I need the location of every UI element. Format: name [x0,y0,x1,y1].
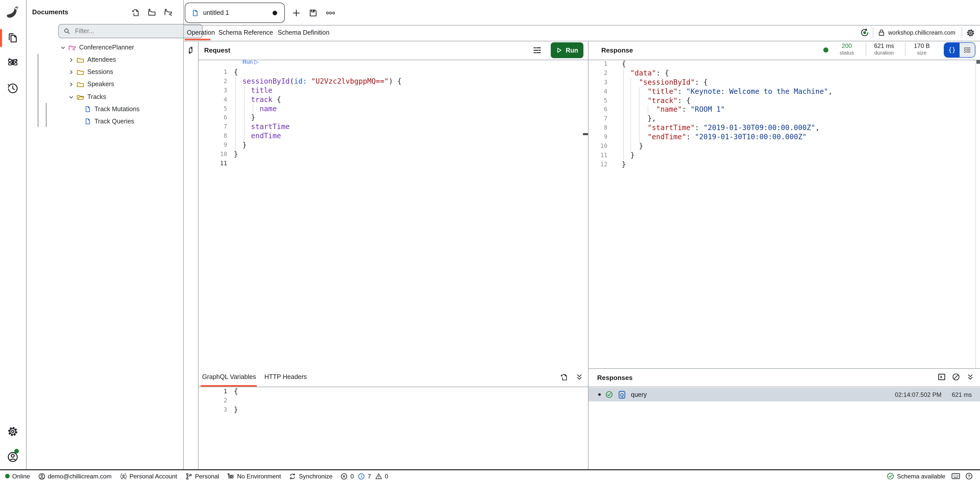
signed-in-user[interactable]: demo@chillicream.com [38,472,111,480]
line-number: 3 [199,406,227,415]
tree-guide [38,54,38,127]
new-tab-button[interactable] [291,8,301,17]
line-number: 6 [199,114,227,123]
rail-documents-button[interactable] [6,32,19,44]
line-number: 5 [589,96,608,105]
folder-icon [76,68,84,76]
line-number: 1 [199,387,227,396]
run-button-label: Run [566,47,578,54]
code-line: 3} [199,406,587,415]
api-document-icon [68,44,76,51]
response-entry-duration: 621 ms [952,391,972,398]
tree-item-track-queries[interactable]: Track Queries [52,115,209,127]
tab-http-headers[interactable]: HTTP Headers [264,373,307,381]
environment-label: No Environment [237,472,281,480]
clear-responses-icon[interactable] [951,373,961,382]
new-document-button[interactable] [130,8,140,17]
chevron-down-icon[interactable] [68,94,75,100]
info-icon [358,472,365,480]
rail-profile-button[interactable] [6,451,19,463]
response-scrollbar[interactable] [975,60,980,368]
copy-document-icon[interactable] [559,373,569,382]
response-list-item[interactable]: Q query 02:14:07.502 PM 621 ms [589,388,980,401]
schema-check-icon [887,472,894,480]
online-status[interactable]: Online [5,472,30,480]
run-code-lens[interactable]: Run ▷ [242,59,259,65]
connection-settings-icon[interactable] [966,28,975,37]
tree-item-track-mutations[interactable]: Track Mutations [52,103,209,115]
connection-host[interactable]: workshop.chillicream.com [888,30,955,36]
chevron-right-icon[interactable] [68,81,75,87]
code-line: 1{ [199,68,587,77]
schema-status[interactable]: Schema available [887,472,945,480]
filter-input-wrapper [58,24,203,38]
chevron-right-icon[interactable] [68,68,75,75]
unsaved-dot [272,11,277,15]
save-button[interactable] [308,8,318,17]
more-tabs-button[interactable] [325,8,335,17]
divider [962,27,962,38]
chevron-right-icon[interactable] [68,56,75,63]
line-number: 11 [199,159,227,168]
shortcuts-button[interactable] [951,472,960,480]
console-icon[interactable] [937,373,946,382]
tree-item-label: Track Queries [94,118,134,125]
tab-schema-definition[interactable]: Schema Definition [278,25,329,40]
info-count[interactable]: 7 [358,472,371,480]
code-line: 4 "title": "Keynote: Welcome to the Mach… [589,87,974,96]
filter-input[interactable] [74,27,188,35]
scrollbar-thumb[interactable] [977,60,980,64]
operations-flow-icon[interactable] [186,45,195,55]
account-selector[interactable]: Personal Account [120,472,177,480]
branch-icon [185,472,192,480]
error-count[interactable]: 0 [341,472,354,480]
code-line: 4 track { [199,95,587,104]
tree-item-attendees[interactable]: Attendees [52,54,209,66]
line-number: 5 [199,104,227,114]
code-line: 10} [199,150,587,159]
run-button[interactable]: Run [551,42,584,58]
code-line: 2 "data": { [589,69,974,78]
divider [198,386,588,387]
workspace-selector[interactable]: Personal [185,472,219,480]
svg-text:?: ? [968,474,970,479]
splitter-handle[interactable] [583,133,588,135]
tab-graphql-variables[interactable]: GraphQL Variables [202,373,256,381]
error-icon [341,472,348,480]
line-number: 10 [199,150,227,159]
code-line: 1{ [199,387,587,396]
tab-operation[interactable]: Operation [187,25,215,40]
tab-schema-reference[interactable]: Schema Reference [218,25,273,40]
rail-settings-button[interactable] [6,425,19,438]
online-dot [5,474,10,479]
json-view-toggle[interactable]: {} [944,43,959,57]
document-tab-untitled-1[interactable]: untitled 1 [185,3,285,23]
tree-item-tracks[interactable]: Tracks [52,91,209,103]
app-window: Documents ConferencePlanner [0,0,980,482]
rail-schema-button[interactable] [6,56,19,68]
synchronize-button[interactable]: Synchronize [289,472,332,480]
collapse-panel-icon[interactable] [575,373,584,382]
tree-item-speakers[interactable]: Speakers [52,78,209,90]
warning-count[interactable]: 0 [375,472,388,480]
environment-selector[interactable]: No Environment [228,472,281,480]
code-line: 6 "name": "ROOM 1" [589,105,974,114]
help-button[interactable]: ? [965,472,973,480]
variables-editor[interactable]: 1{23} [199,387,587,414]
response-viewer[interactable]: 1{2 "data": {3 "sessionById": {4 "title"… [589,60,974,169]
collapse-responses-icon[interactable] [966,373,975,382]
chevron-down-icon[interactable] [60,44,66,51]
line-number: 6 [589,105,608,114]
refresh-schema-icon[interactable] [860,28,869,37]
request-editor[interactable]: 1{2 sessionById(id: "U2Vzc2lvbgppMQ==") … [199,68,587,168]
response-status: 200 status [834,42,859,55]
warning-icon [375,472,382,480]
divider [183,0,184,469]
response-panel-title: Response [601,46,633,54]
new-folder-button[interactable] [147,8,156,17]
list-view-toggle[interactable] [959,43,975,57]
tree-item-sessions[interactable]: Sessions [52,66,209,78]
format-document-icon[interactable] [532,45,542,55]
rail-history-button[interactable] [6,82,19,94]
new-api-document-button[interactable] [163,8,172,17]
